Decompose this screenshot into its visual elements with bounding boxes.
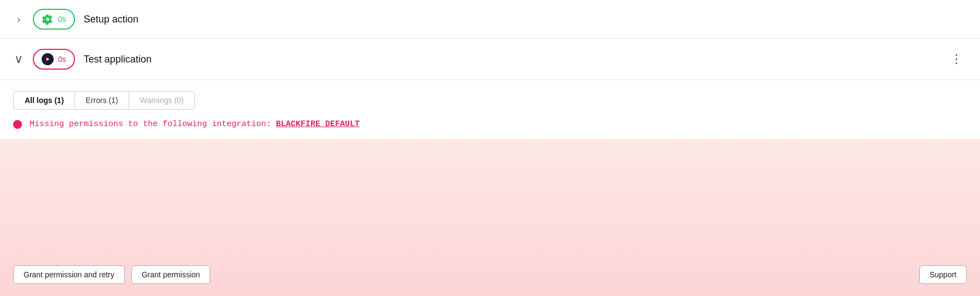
gear-icon (42, 14, 53, 25)
tab-all-logs[interactable]: All logs (1) (13, 91, 75, 110)
setup-action-chevron[interactable]: › (13, 14, 24, 25)
setup-action-badge-icon (42, 13, 54, 25)
blackfire-logo-icon (42, 53, 54, 65)
test-application-badge-icon (42, 53, 54, 65)
test-application-badge[interactable]: 0s (33, 49, 75, 70)
log-tabs: All logs (1) Errors (1) Warnings (0) (0, 80, 980, 110)
error-message-row: Missing permissions to the following int… (0, 110, 980, 139)
setup-action-duration: 0s (58, 15, 66, 24)
test-application-section: ∨ 0s Test application ⋮ (0, 39, 980, 80)
grant-permission-button[interactable]: Grant permission (131, 265, 211, 284)
more-options-icon[interactable]: ⋮ (946, 50, 967, 69)
support-button[interactable]: Support (919, 265, 967, 284)
blackfire-inner-icon (43, 55, 52, 64)
setup-action-section: › 0s Setup action (0, 0, 980, 39)
error-prefix: Missing permissions to the following int… (30, 119, 276, 129)
test-application-duration: 0s (58, 55, 66, 64)
setup-action-title: Setup action (84, 14, 139, 25)
tab-errors[interactable]: Errors (1) (74, 91, 129, 110)
svg-point-1 (47, 58, 49, 60)
action-bar: Grant permission and retry Grant permiss… (0, 139, 980, 296)
grant-permission-retry-button[interactable]: Grant permission and retry (13, 265, 125, 284)
test-application-title: Test application (84, 54, 152, 65)
error-message-text: Missing permissions to the following int… (30, 119, 360, 129)
tab-warnings[interactable]: Warnings (0) (129, 91, 195, 110)
test-application-chevron[interactable]: ∨ (13, 52, 24, 66)
error-integration-link[interactable]: BLACKFIRE_DEFAULT (276, 119, 360, 129)
error-dot-icon (13, 120, 22, 129)
setup-action-badge[interactable]: 0s (33, 9, 75, 30)
